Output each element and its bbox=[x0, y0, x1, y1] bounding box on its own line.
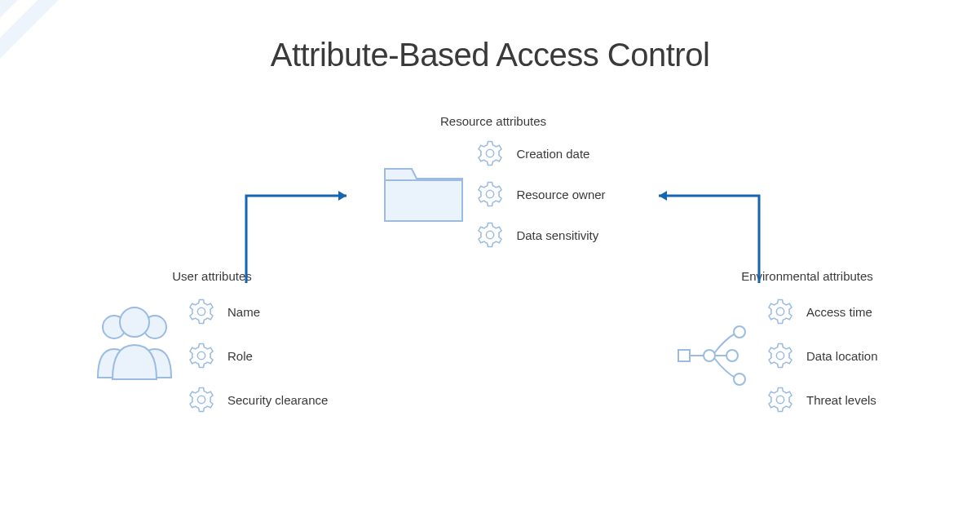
svg-point-8 bbox=[734, 374, 745, 385]
gear-icon bbox=[188, 386, 215, 413]
resource-attributes-group: Resource attributes Creation date Resour… bbox=[351, 114, 636, 249]
resource-attr-label: Creation date bbox=[516, 147, 589, 161]
resource-attr-row: Resource owner bbox=[476, 180, 605, 208]
user-attr-label: Role bbox=[227, 349, 253, 363]
arrow-right-icon bbox=[644, 189, 762, 287]
svg-point-6 bbox=[734, 326, 745, 338]
gear-icon bbox=[766, 342, 794, 369]
svg-point-2 bbox=[120, 307, 149, 337]
user-attributes-group: User attributes Name Role Se bbox=[90, 269, 334, 413]
tree-icon bbox=[677, 314, 758, 396]
gear-icon bbox=[188, 298, 215, 325]
gear-icon bbox=[476, 139, 504, 167]
environment-attributes-group: Environmental attributes Access time bbox=[677, 269, 938, 413]
resource-attr-row: Data sensitivity bbox=[476, 221, 598, 249]
arrow-left-icon bbox=[243, 189, 361, 287]
gear-icon bbox=[766, 386, 794, 413]
env-attr-label: Data location bbox=[806, 349, 878, 363]
svg-rect-3 bbox=[678, 350, 690, 361]
gear-icon bbox=[766, 298, 794, 325]
env-attr-row: Data location bbox=[766, 342, 878, 369]
svg-point-7 bbox=[726, 350, 738, 361]
user-attr-row: Security clearance bbox=[188, 386, 328, 413]
svg-point-5 bbox=[704, 350, 715, 361]
user-attr-label: Security clearance bbox=[227, 393, 328, 407]
env-attr-label: Threat levels bbox=[806, 393, 876, 407]
env-attr-row: Access time bbox=[766, 298, 872, 325]
resource-attr-label: Data sensitivity bbox=[516, 228, 598, 242]
users-icon bbox=[90, 304, 179, 382]
env-attr-label: Access time bbox=[806, 305, 872, 319]
diagram-title: Attribute-Based Access Control bbox=[0, 37, 980, 73]
user-attr-row: Name bbox=[188, 298, 260, 325]
resource-heading: Resource attributes bbox=[351, 114, 636, 128]
gear-icon bbox=[188, 342, 215, 369]
gear-icon bbox=[476, 180, 504, 208]
user-attr-label: Name bbox=[227, 305, 260, 319]
resource-attr-label: Resource owner bbox=[516, 188, 605, 201]
user-attr-row: Role bbox=[188, 342, 253, 369]
resource-attr-row: Creation date bbox=[476, 139, 589, 167]
gear-icon bbox=[476, 221, 504, 249]
env-attr-row: Threat levels bbox=[766, 386, 876, 413]
folder-icon bbox=[381, 157, 466, 227]
